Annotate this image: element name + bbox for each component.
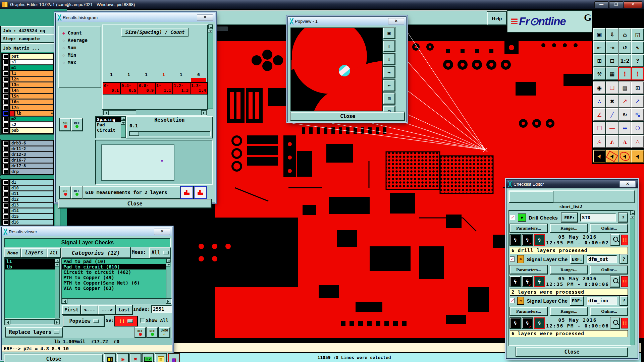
scroll-right-icon[interactable] xyxy=(166,299,171,304)
measure-scrollbar[interactable] xyxy=(121,116,126,138)
viewer-action-button[interactable]: ✖ xyxy=(130,354,141,362)
erf-field[interactable]: dfm_out xyxy=(587,255,617,263)
toolbar-button[interactable]: 1:2 xyxy=(619,54,631,67)
toolbar-button[interactable]: ▣ xyxy=(593,28,606,41)
error-badge[interactable]: !! xyxy=(621,318,628,328)
online-button[interactable]: Online... xyxy=(590,307,628,316)
measure-item[interactable]: Pad xyxy=(96,122,121,128)
layer-visibility-checkbox[interactable] xyxy=(3,122,8,127)
last-button[interactable]: Last xyxy=(116,305,132,314)
layer-row[interactable]: pst xyxy=(2,54,53,59)
del-button[interactable]: DEL xyxy=(60,186,71,199)
categories-hscrollbar[interactable] xyxy=(61,298,172,304)
checklist-close-icon[interactable]: ✕ xyxy=(620,181,636,187)
layers-button[interactable]: Layers xyxy=(21,248,47,257)
toolbar-button[interactable]: ↺ xyxy=(619,41,631,54)
help-menu[interactable]: Help xyxy=(487,12,506,25)
histogram-mode-radio[interactable]: ◇ Average xyxy=(62,37,101,44)
toolbar-button[interactable]: ▦ xyxy=(606,67,619,80)
toolbar-button[interactable]: ➤ xyxy=(593,150,606,163)
popview-tool-button[interactable]: ⇩ xyxy=(383,54,395,65)
toolbar-button[interactable]: ❏ xyxy=(606,81,619,94)
layer-visibility-checkbox[interactable] xyxy=(3,128,8,133)
layer-row[interactable]: s2 xyxy=(2,122,53,127)
layer-visibility-checkbox[interactable] xyxy=(3,54,8,59)
severity-dropdown[interactable]: !! xyxy=(114,316,138,326)
plot-vscrollbar[interactable] xyxy=(208,24,213,109)
layer-visibility-checkbox[interactable] xyxy=(3,158,8,163)
layer-row[interactable]: l5n xyxy=(2,94,53,99)
ref-button[interactable]: REF xyxy=(71,118,83,131)
section-enabled-checkbox[interactable]: ✓ xyxy=(510,215,515,220)
parameters-button[interactable]: Parameters... xyxy=(510,224,547,233)
popview-tool-button[interactable]: ⇥ xyxy=(383,67,395,78)
scroll-left-icon[interactable] xyxy=(103,110,109,115)
popview-canvas[interactable] xyxy=(290,27,383,111)
toolbar-button[interactable]: ➤ xyxy=(606,150,619,163)
scroll-right-icon[interactable] xyxy=(201,110,207,115)
results-viewer-close-icon[interactable]: ✕ xyxy=(154,229,170,235)
toolbar-button[interactable]: ↻ xyxy=(619,108,631,121)
popview-tool-button[interactable]: ⇤ xyxy=(383,80,395,91)
layer-visibility-checkbox[interactable] xyxy=(3,60,8,65)
checklist-scrollbar[interactable] xyxy=(630,210,635,345)
layer-row[interactable]: psb xyxy=(2,128,53,133)
help-button[interactable]: ? xyxy=(620,254,628,264)
layer-visibility-checkbox[interactable] xyxy=(3,88,8,93)
layer-visibility-checkbox[interactable] xyxy=(3,208,8,214)
layer-visibility-checkbox[interactable] xyxy=(3,94,8,99)
category-item[interactable]: Pad to circuit (610) xyxy=(62,264,166,269)
results-viewer-titlebar[interactable]: ╳ Results viewer ✕ xyxy=(2,227,172,236)
layer-row[interactable]: l7n xyxy=(2,105,53,110)
histogram-bin[interactable]: 6 1.3-1.4 xyxy=(190,72,207,95)
toolbar-button[interactable]: ↗ xyxy=(619,95,631,108)
show-all-checkbox[interactable] xyxy=(140,318,145,323)
layer-row[interactable]: l1 xyxy=(2,71,53,76)
run-button[interactable]: ϟ xyxy=(534,276,545,287)
popview-tool-button[interactable]: ⇧ xyxy=(383,41,395,52)
none-button[interactable]: None xyxy=(4,248,21,257)
export-histogram-button[interactable] xyxy=(180,186,193,199)
categories-scrollbar[interactable] xyxy=(166,258,171,298)
scroll-down-icon[interactable] xyxy=(630,215,634,219)
layer-row[interactable]: dr11-2 xyxy=(2,146,53,152)
toolbar-button[interactable]: ∿ xyxy=(631,41,644,54)
viewer-action-button[interactable]: ◉ xyxy=(117,354,128,362)
layer-row[interactable]: s1 xyxy=(2,59,53,65)
popview-titlebar[interactable]: ╳ Popview - 1 ✕ xyxy=(288,17,406,25)
toolbar-button[interactable]: ↗ xyxy=(631,95,644,108)
layer-visibility-checkbox[interactable] xyxy=(3,105,8,110)
histogram-mode-radio[interactable]: ◆ Count xyxy=(62,29,101,37)
histogram-bin[interactable]: 1 0-0.1 xyxy=(103,72,120,95)
result-layer-item[interactable]: l1 xyxy=(5,259,55,264)
toolbar-button[interactable]: ❐ xyxy=(593,122,606,134)
prev-button[interactable]: <--- xyxy=(81,305,98,314)
viewer-action-button[interactable]: 12 xyxy=(143,354,154,362)
layers-hscrollbar[interactable] xyxy=(4,319,60,325)
first-button[interactable]: First xyxy=(62,305,81,314)
toolbar-button[interactable]: ➤ xyxy=(619,150,631,163)
checklist-titlebar[interactable]: ╳ Checklist Editor ✕ xyxy=(506,180,638,188)
layer-visibility-checkbox[interactable] xyxy=(3,82,8,87)
toolbar-button[interactable]: ⇥ xyxy=(606,41,619,54)
layer-row[interactable]: l4n xyxy=(2,88,53,93)
layer-visibility-checkbox[interactable] xyxy=(3,141,8,146)
layer-row[interactable]: d15 xyxy=(2,214,53,219)
measure-item[interactable]: Spacing xyxy=(96,117,121,122)
parameters-button[interactable]: Parameters... xyxy=(510,265,547,274)
layer-visibility-checkbox[interactable] xyxy=(3,71,8,76)
histogram-bin[interactable]: 1 0.8-0.9 xyxy=(138,72,155,95)
toolbar-button[interactable]: ? xyxy=(631,54,644,67)
run-button[interactable]: ϟ xyxy=(534,235,545,245)
toolbar-button[interactable]: ⊞ xyxy=(593,54,606,67)
window-titlebar[interactable]: Graphic Editor 10.02a1 (cam@campc7021 - … xyxy=(0,0,644,9)
layer-visibility-checkbox[interactable] xyxy=(3,191,8,196)
layer-row[interactable]: l6n xyxy=(2,99,53,105)
run-button[interactable]: ϟ xyxy=(522,276,533,287)
popview-close-button[interactable]: Close xyxy=(290,112,405,121)
viewer-action-button[interactable]: ◧ xyxy=(104,354,116,362)
online-button[interactable]: Online... xyxy=(590,224,628,233)
toolbar-button[interactable]: ⋮ xyxy=(631,67,644,80)
minimize-button[interactable]: — xyxy=(594,1,608,8)
checklist-close-button[interactable]: Close xyxy=(516,347,628,357)
